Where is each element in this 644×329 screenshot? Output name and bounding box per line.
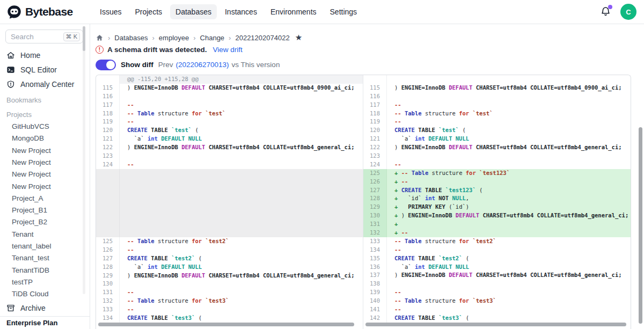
sidebar-project-item[interactable]: New Project [0, 181, 90, 193]
show-diff-toggle[interactable] [96, 60, 116, 70]
token: + [394, 170, 401, 176]
line-number: 124 [363, 160, 387, 169]
line-number: 121 [363, 135, 387, 143]
breadcrumb-item[interactable]: 20221202074022 [235, 34, 289, 42]
prev-version-link[interactable]: (202206270013) [176, 61, 229, 69]
nav-item-settings[interactable]: Settings [325, 4, 363, 19]
token: Table [405, 110, 422, 116]
sidebar-item-anomaly-center[interactable]: Anomaly Center [0, 77, 90, 92]
bytebase-logo-icon [7, 5, 21, 19]
line-number: 137 [363, 271, 387, 280]
alert-text: A schema drift was detected. [107, 46, 207, 54]
token: + [394, 187, 401, 193]
token: CREATE [394, 315, 415, 321]
token: , [466, 195, 469, 201]
sidebar-scrollbar-thumb[interactable] [83, 26, 85, 51]
sidebar-project-item[interactable]: tenant_label [0, 240, 90, 252]
token: ) [401, 212, 408, 218]
sidebar-project-item[interactable]: Tenant_test [0, 252, 90, 264]
nav-item-issues[interactable]: Issues [94, 4, 127, 19]
notifications-button[interactable] [600, 6, 612, 18]
token: -- [401, 229, 408, 236]
prev-label: Prev [158, 61, 173, 69]
page-vertical-scrollbar[interactable] [639, 127, 642, 324]
breadcrumb-item[interactable]: Databases [114, 34, 148, 42]
token: `test2` [171, 255, 195, 261]
token: -- [127, 110, 137, 116]
diff-row [363, 75, 631, 84]
code-line: -- [387, 160, 631, 169]
line-number: 140 [363, 297, 387, 305]
horizontal-scrollbar-right[interactable] [365, 323, 626, 326]
sidebar-item-archive[interactable]: Archive [0, 300, 90, 316]
sidebar-project-item[interactable]: GitHubVCS [0, 121, 90, 133]
diff-toolbar: Show diff Prev (202206270013) vs This ve… [96, 57, 644, 72]
sidebar-project-item[interactable]: TiDB Cloud [0, 288, 90, 300]
breadcrumb-item[interactable]: Change [200, 34, 225, 42]
diff-row: 140-- Table structure for `test3` [363, 297, 631, 305]
sidebar-item-sql-editor[interactable]: SQL Editor [0, 63, 90, 77]
horizontal-scrollbar-left[interactable] [98, 323, 354, 326]
line-number: 133 [363, 237, 387, 246]
line-number: 132 [363, 229, 387, 237]
breadcrumb-item[interactable]: employee [159, 34, 189, 42]
token: COLLATE=utf8mb4_0900_ai_ci; [263, 84, 355, 91]
home-breadcrumb-icon[interactable] [96, 34, 104, 42]
sidebar-project-item[interactable]: MongoDB [0, 133, 90, 144]
sidebar-project-item[interactable]: TenantTiDB [0, 265, 90, 276]
search-input[interactable]: Search ⌘ K [5, 30, 83, 43]
sidebar-project-item[interactable]: Project_B1 [0, 204, 90, 216]
diff-row: 131-- [96, 288, 363, 297]
code-line: CREATE TABLE `test3` ( [387, 314, 631, 323]
line-number: 125 [363, 169, 387, 178]
code-line: `a` int DEFAULT NULL [387, 263, 631, 272]
bytebase-logo[interactable]: Bytebase [0, 5, 90, 19]
code-line: CREATE TABLE `test` ( [120, 126, 363, 135]
diff-row: 124-- [96, 160, 363, 169]
diff-row: 118-- Table structure for `test` [96, 109, 363, 118]
code-line [387, 152, 631, 160]
diff-row: 131+ [363, 220, 631, 229]
sidebar-project-item[interactable]: Project_A [0, 193, 90, 204]
code-line: -- Table structure for `test` [387, 109, 631, 118]
line-number: 125 [96, 237, 120, 246]
notification-dot [608, 5, 612, 9]
logo-text: Bytebase [25, 5, 73, 18]
code-line [120, 152, 363, 160]
token: ENGINE=InnoDB [401, 84, 449, 91]
line-number: 120 [363, 126, 387, 135]
token: ENGINE=InnoDB [134, 144, 182, 150]
sidebar-project-item[interactable]: New Project [0, 145, 90, 157]
token: DEFAULT [181, 144, 209, 150]
diff-row: 117-- [363, 101, 631, 109]
code-line: -- [120, 305, 363, 314]
sidebar-item-home[interactable]: Home [0, 48, 90, 62]
sidebar-project-item[interactable]: Project_B2 [0, 216, 90, 228]
sidebar-project-item[interactable]: New Project [0, 157, 90, 169]
code-line: -- [387, 246, 631, 254]
nav-item-databases[interactable]: Databases [170, 4, 217, 19]
nav-item-environments[interactable]: Environments [265, 4, 322, 19]
sidebar-project-item[interactable]: New Project [0, 169, 90, 180]
token: + [394, 195, 401, 201]
view-drift-link[interactable]: View drift [213, 46, 243, 54]
toggle-knob [106, 61, 115, 69]
breadcrumb-separator: › [152, 34, 155, 42]
sidebar-scrollbar-track [83, 26, 85, 294]
code-line: -- Table structure for `test2` [120, 237, 363, 246]
token: for [192, 238, 202, 244]
user-avatar[interactable]: C [620, 4, 636, 20]
code-line: -- [387, 101, 631, 109]
nav-item-projects[interactable]: Projects [129, 4, 167, 19]
sidebar-project-item[interactable]: Tenant [0, 229, 90, 240]
bookmark-star-icon[interactable]: ★ [295, 33, 302, 42]
token: `test3` [205, 297, 229, 304]
code-line: `a` int DEFAULT NULL [120, 135, 363, 143]
sidebar-project-item[interactable]: testTP [0, 276, 90, 288]
nav-item-instances[interactable]: Instances [219, 4, 262, 19]
code-line: -- Table structure for `test2` [387, 237, 631, 246]
diff-row: 123 [363, 152, 631, 160]
token: for [192, 110, 202, 116]
token: ( [459, 127, 466, 133]
line-number: 119 [96, 118, 120, 126]
